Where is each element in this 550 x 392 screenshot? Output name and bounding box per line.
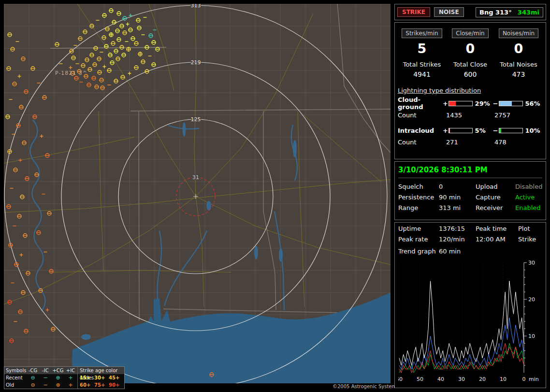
legend-recent-label: Recent	[4, 375, 27, 380]
age-15: 15+	[80, 375, 94, 380]
svg-text:60: 60	[398, 376, 403, 382]
peak-rate-label: Peak rate	[398, 236, 439, 243]
recent-cg-pos-icon: ⊕	[52, 375, 64, 381]
svg-text:31: 31	[192, 174, 199, 181]
peak-rate-value: 120/min	[439, 236, 476, 243]
total-close-value: 600	[446, 70, 494, 78]
sidebar: STRIKE NOISE Bng 313° 343mi Strikes/min …	[394, 0, 547, 392]
cg-plus-percent: 29%	[474, 100, 492, 107]
capture-label: Capture	[476, 194, 515, 201]
legend-old-label: Old	[4, 382, 27, 388]
datetime-display: 3/10/2026 8:30:11 PM	[398, 164, 542, 178]
close-rate-column: Close/min 0 Total Close 600	[446, 28, 494, 78]
total-close-label: Total Close	[446, 61, 494, 68]
ic-plus-percent: 5%	[474, 127, 492, 134]
legend-col-ic-neg: -IC	[39, 368, 52, 373]
bearing-distance: 343mi	[518, 9, 539, 16]
old-ic-neg-icon: −	[39, 382, 52, 388]
ic-minus-count: 478	[494, 139, 543, 146]
svg-text:0: 0	[522, 376, 526, 382]
cloud-ground-row: Cloud-ground + 29% − 56%	[398, 98, 543, 109]
bearing-label: Bng 313°	[479, 9, 512, 16]
age-30: 30+	[94, 375, 109, 380]
intracloud-count-row: Count 271 478	[398, 136, 543, 148]
range-value: 313 mi	[439, 204, 476, 211]
strikes-per-min-value: 5	[398, 41, 446, 56]
ic-minus-percent: 10%	[524, 127, 543, 134]
cg-minus-count: 2757	[494, 112, 543, 119]
capture-value: Active	[515, 194, 542, 201]
old-ic-pos-icon: +	[64, 382, 77, 388]
svg-text:10: 10	[500, 376, 507, 382]
age-45: 45+	[109, 375, 123, 380]
distribution-title: Lightning type distribution	[398, 87, 543, 94]
legend-col-cg-neg: -CG	[27, 368, 39, 373]
peak-time-label: Peak time	[476, 225, 518, 232]
svg-text:min: min	[529, 376, 539, 382]
receiver-value: Enabled	[515, 204, 542, 211]
receiver-label: Receiver	[476, 204, 515, 211]
persistence-label: Persistence	[398, 194, 439, 201]
squelch-label: Squelch	[398, 183, 439, 190]
intracloud-row: Intracloud + 5% − 10%	[398, 125, 543, 136]
strike-mode-button[interactable]: STRIKE	[397, 7, 430, 17]
close-per-min-button[interactable]: Close/min	[452, 28, 488, 38]
ic-minus-bar	[499, 128, 523, 133]
trend-graph-window: 60 min	[439, 248, 542, 255]
trend-graph-canvas: 1020306050403020100min	[398, 259, 543, 383]
ic-plus-count: 271	[446, 139, 494, 146]
cg-plus-bar	[449, 101, 473, 106]
upload-label: Upload	[476, 183, 515, 190]
legend-symbols-header: Symbols	[4, 368, 27, 373]
map-canvas[interactable]: 31321912531	[4, 4, 391, 383]
app-window: 31321912531 P-1821 3^ Symbols -CG -IC +C…	[0, 0, 550, 392]
svg-text:30: 30	[528, 260, 535, 266]
close-per-min-value: 0	[446, 41, 494, 56]
recent-ic-pos-icon: +	[64, 375, 77, 381]
legend-col-cg-pos: +CG	[52, 368, 64, 373]
noise-mode-button[interactable]: NOISE	[434, 7, 464, 17]
noises-per-min-button[interactable]: Noises/min	[499, 28, 538, 38]
status-panel: 3/10/2026 8:30:11 PM Squelch 0 Upload Di…	[394, 161, 546, 220]
map-legend: Symbols -CG -IC +CG +IC Recent ⊖ − ⊕ + O…	[4, 366, 125, 389]
cg-count-label: Count	[398, 112, 446, 119]
ic-count-label: Count	[398, 139, 446, 146]
svg-text:20: 20	[479, 376, 486, 382]
noises-rate-column: Noises/min 0 Total Noises 473	[494, 28, 543, 78]
total-noises-value: 473	[494, 70, 543, 78]
svg-text:40: 40	[437, 376, 444, 382]
peak-time-value: 12:00 AM	[476, 236, 518, 243]
minus-sign: −	[492, 127, 498, 134]
legend-symbols-block: Symbols -CG -IC +CG +IC Recent ⊖ − ⊕ + O…	[4, 367, 78, 389]
trend-graph-label: Trend graph	[398, 248, 439, 255]
ic-plus-bar	[449, 128, 473, 133]
cloud-ground-label: Cloud-ground	[398, 96, 442, 111]
noises-per-min-value: 0	[494, 41, 543, 56]
svg-text:30: 30	[458, 376, 465, 382]
total-noises-label: Total Noises	[494, 61, 543, 68]
age-90: 90+	[109, 382, 123, 388]
persistence-value: 90 min	[439, 194, 476, 201]
bearing-readout: Bng 313° 343mi	[476, 7, 543, 17]
strikes-per-min-button[interactable]: Strikes/min	[402, 28, 442, 38]
station-label: P-1821 3^	[55, 70, 87, 76]
plot-label: Plot	[518, 225, 542, 232]
uptime-value: 1376:15	[439, 225, 476, 232]
total-strikes-label: Total Strikes	[398, 61, 446, 68]
svg-text:20: 20	[528, 296, 535, 303]
trend-graph: 1020306050403020100min	[398, 259, 542, 385]
cg-minus-bar	[499, 101, 523, 106]
intracloud-label: Intracloud	[398, 127, 442, 134]
age-75: 75+	[94, 382, 109, 388]
legend-age-block: Strike age color codes 15+ 30+ 45+ 60+ 7…	[78, 367, 124, 389]
strike-map[interactable]: 31321912531 P-1821 3^	[4, 4, 391, 383]
age-60: 60+	[80, 382, 94, 388]
cg-minus-percent: 56%	[524, 100, 543, 107]
svg-text:219: 219	[191, 59, 201, 66]
squelch-value: 0	[439, 183, 476, 190]
svg-text:10: 10	[528, 333, 535, 339]
recent-ic-neg-icon: −	[39, 375, 52, 381]
legend-age-header: Strike age color codes	[78, 367, 124, 374]
strikes-rate-column: Strikes/min 5 Total Strikes 4941	[398, 28, 446, 78]
minus-sign: −	[492, 100, 498, 107]
